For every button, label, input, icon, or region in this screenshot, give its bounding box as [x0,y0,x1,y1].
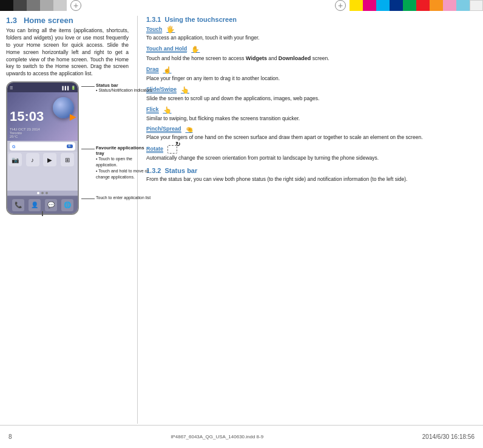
color-swatch-orange [430,0,443,11]
dock-icon-browser: 🌐 [61,199,73,211]
subsection-flick-label: Flick 👆 [146,106,477,114]
phone-mockup: ☰ ▌▌▌ 🔋 15:03 THU OCT 23 2014 Toronto 25… [6,81,79,215]
footer-center-text: IP4867_6043A_QG_USA_140630.indd 8-9 [171,434,263,440]
color-swatch-blue [390,0,403,11]
callout-title-status-bar: Status bar [96,83,152,88]
touch-body: To access an application, touch it with … [146,35,477,42]
subsection-pinch-spread-label: Pinch/Spread 🤏 [146,126,477,133]
color-swatch-gray2 [27,0,40,11]
rotate-icon: ↻ [167,145,177,154]
callout-line-2 [81,149,95,149]
flick-hand-icon: 👆 [163,106,172,114]
subsection-touch: Touch 🖐 To access an application, touch … [146,25,477,42]
section-13-title: 1.3 Home screen [6,16,129,25]
color-swatch-black [0,0,13,11]
rotate-body: Automatically change the screen orientat… [146,155,477,162]
phone-battery-signal: ▌▌▌ 🔋 [62,86,75,90]
column-divider [137,16,138,424]
section-131-label: Using the touchscreen [164,16,237,23]
slide-swipe-hand-icon: 👆 [181,86,189,94]
registration-mark-top-left [70,0,81,11]
subsection-flick: Flick 👆 Similar to swiping, but flicking… [146,106,477,123]
registration-mark-top-right [335,0,346,11]
color-swatch-gray4 [53,0,67,11]
callout-text-fav-tray: Favourite applications tray • Touch to o… [96,145,152,180]
pinch-spread-hand-icon: 🤏 [186,126,193,133]
subsection-pinch-spread: Pinch/Spread 🤏 Place your fingers of one… [146,126,477,141]
callout-line-3 [81,199,95,199]
dock-icon-phone: 📞 [12,199,24,211]
drag-label-text: Drag [146,66,159,73]
pinch-spread-body: Place your fingers of one hand on the sc… [146,134,477,141]
color-swatch-white [470,0,483,11]
right-column: 1.3.1 Using the touchscreen Touch 🖐 To a… [141,16,477,424]
google-search-icon: G [12,144,15,149]
color-swatch-pink [443,0,456,11]
footer-page-left: 8 [8,433,12,440]
color-swatch-cyan [376,0,390,11]
app-list-indicator [42,211,43,216]
touch-hand-icon: 🖐 [166,25,175,33]
section-13-number: 1.3 [6,16,17,25]
subsection-drag-label: Drag ☝ [146,66,477,74]
top-color-bar [0,0,483,11]
search-badge: 🔍 [67,144,73,148]
subsection-slide-swipe-label: Slide/Swipe 👆 [146,86,477,94]
callout-body-fav-tray: • Touch to open the application. • Touch… [96,156,152,180]
section-131-header: 1.3.1 Using the touchscreen [146,16,477,23]
section-131-number: 1.3.1 [146,16,161,23]
color-swatch-green [403,0,416,11]
phone-arrow-icon: ▶ [70,112,76,121]
subsection-touch-label: Touch 🖐 [146,25,477,33]
callout-status-bar: Status bar • Status/Notification indicat… [81,83,152,92]
callout-panel: Status bar • Status/Notification indicat… [81,81,152,215]
phone-date: THU OCT 23 2014 Toronto 25°C [10,127,40,138]
slide-swipe-body: Slide the screen to scroll up and down t… [146,95,477,103]
drag-hand-icon: ☝ [163,66,172,74]
section-132: 1.3.2 Status bar From the status bar, yo… [146,167,477,183]
section-13-label: Home screen [24,16,73,25]
color-swatch-gray3 [40,0,53,11]
footer: 8 IP4867_6043A_QG_USA_140630.indd 8-9 20… [0,425,483,448]
subsection-rotate: Rotate ↻ Automatically change the screen… [146,145,477,162]
phone-time-area: 15:03 THU OCT 23 2014 Toronto 25°C ▶ [7,92,78,141]
phone-search-bar: G 🔍 [10,142,75,151]
subsection-rotate-label: Rotate ↻ [146,145,477,154]
phone-app-grid: 📷 ♪ ▶ ⊞ [7,152,78,191]
app-icon-video: ▶ [43,153,56,166]
touch-hold-label-text: Touch and Hold [146,46,187,53]
callout-text-status-bar: Status bar • Status/Notification indicat… [96,83,152,92]
section-13-body: You can bring all the items (application… [6,27,129,78]
section-132-label: Status bar [164,167,197,174]
app-icon-apps: ⊞ [61,153,74,166]
phone-nav-dots [7,191,78,195]
touch-hold-body: Touch and hold the home screen to access… [146,55,477,63]
dock-icon-messages: 💬 [45,199,57,211]
app-icon-camera: 📷 [8,153,22,166]
subsection-touch-hold: Touch and Hold ✋ Touch and hold the home… [146,46,477,63]
color-swatch-gray1 [13,0,27,11]
phone-status-bar: ☰ ▌▌▌ 🔋 [7,83,78,92]
dock-icon-contacts: 👤 [29,199,41,211]
subsection-drag: Drag ☝ Place your finger on any item to … [146,66,477,83]
color-swatch-magenta [363,0,376,11]
callout-app-list: Touch to enter application list [81,195,150,200]
app-icon-music: ♪ [26,153,39,166]
section-132-body: From the status bar, you can view both p… [146,176,477,183]
callout-line-1 [81,86,95,87]
phone-status-icons: ☰ [10,86,13,90]
subsection-slide-swipe: Slide/Swipe 👆 Slide the screen to scroll… [146,86,477,103]
subsection-touch-hold-label: Touch and Hold ✋ [146,46,477,53]
callout-body-status-bar: • Status/Notification indicators [96,88,152,92]
phone-time: 15:03 [10,109,44,124]
touch-hold-hand-icon: ✋ [191,46,200,53]
touch-label-text: Touch [146,26,162,33]
color-swatch-lightcyan [456,0,470,11]
flick-body: Similar to swiping, but flicking makes t… [146,115,477,123]
main-content: 1.3 Home screen You can bring all the it… [0,11,483,424]
callout-title-fav-tray: Favourite applications tray [96,145,152,156]
callout-text-app-list: Touch to enter application list [96,195,150,200]
color-swatch-red [416,0,430,11]
left-column: 1.3 Home screen You can bring all the it… [6,16,133,424]
phone-mockup-area: ☰ ▌▌▌ 🔋 15:03 THU OCT 23 2014 Toronto 25… [6,81,129,215]
